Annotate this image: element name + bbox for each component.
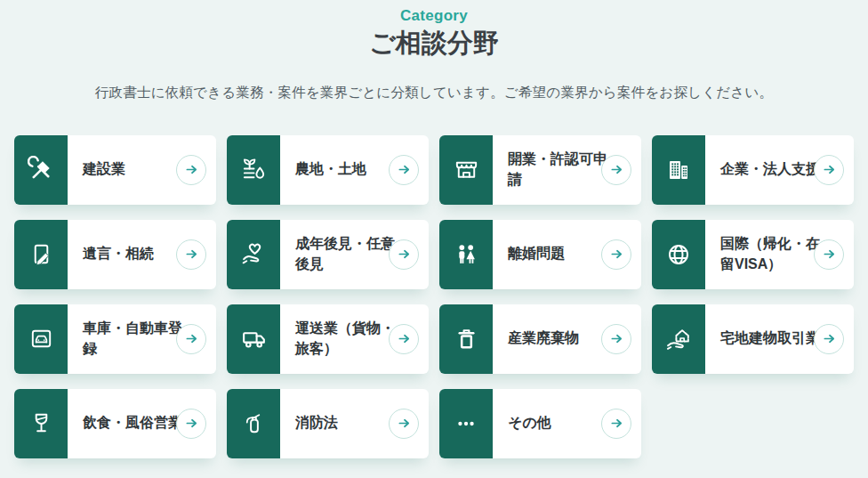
- category-card[interactable]: 開業・許認可申請: [439, 135, 641, 205]
- wine-glass-icon: [14, 389, 68, 458]
- arrow-right-icon: [823, 163, 836, 176]
- category-card[interactable]: 飲食・風俗営業: [14, 389, 216, 458]
- storefront-icon: [439, 135, 493, 205]
- category-card[interactable]: 農地・土地: [227, 135, 429, 205]
- arrow-circle[interactable]: [176, 239, 206, 270]
- arrow-circle[interactable]: [389, 239, 419, 270]
- arrow-right-icon: [185, 417, 198, 430]
- arrow-circle[interactable]: [389, 409, 419, 439]
- arrow-right-icon: [610, 417, 623, 430]
- hammer-wrench-icon: [14, 135, 68, 205]
- category-card[interactable]: 遺言・相続: [14, 220, 216, 289]
- category-card[interactable]: 建設業: [14, 135, 216, 205]
- arrow-circle[interactable]: [176, 324, 206, 354]
- category-card[interactable]: 国際（帰化・在留VISA）: [652, 220, 854, 289]
- arrow-right-icon: [398, 417, 411, 430]
- house-hand-icon: [652, 304, 705, 374]
- arrow-circle[interactable]: [389, 155, 419, 185]
- category-card[interactable]: その他: [439, 389, 641, 458]
- couple-icon: [439, 220, 493, 289]
- category-card[interactable]: 消防法: [227, 389, 429, 458]
- category-grid: 建設業 農地・土地 開業・許認可申請 企業・法人支援 遺言・相続 成年後見・任意…: [14, 135, 854, 458]
- section-description: 行政書士に依頼できる業務・案件を業界ごとに分類しています。ご希望の業界から案件を…: [0, 84, 868, 102]
- hand-heart-icon: [227, 220, 280, 289]
- car-garage-icon: [14, 304, 68, 374]
- arrow-right-icon: [823, 332, 836, 345]
- trash-icon: [439, 304, 493, 374]
- arrow-circle[interactable]: [601, 324, 631, 354]
- arrow-circle[interactable]: [389, 324, 419, 354]
- arrow-right-icon: [185, 332, 198, 345]
- arrow-right-icon: [610, 163, 623, 176]
- arrow-circle[interactable]: [176, 155, 206, 185]
- page-title: ご相談分野: [0, 27, 868, 59]
- office-building-icon: [652, 135, 705, 205]
- arrow-right-icon: [610, 247, 623, 261]
- arrow-right-icon: [398, 247, 411, 261]
- category-card[interactable]: 宅地建物取引業: [652, 304, 854, 374]
- sprout-drop-icon: [227, 135, 280, 205]
- arrow-circle[interactable]: [176, 409, 206, 439]
- arrow-circle[interactable]: [601, 155, 631, 185]
- category-card[interactable]: 車庫・自動車登録: [14, 304, 216, 374]
- arrow-circle[interactable]: [814, 239, 844, 270]
- arrow-circle[interactable]: [814, 324, 844, 354]
- arrow-right-icon: [823, 247, 836, 261]
- globe-icon: [652, 220, 705, 289]
- ellipsis-icon: [439, 389, 493, 458]
- arrow-circle[interactable]: [601, 239, 631, 270]
- arrow-right-icon: [398, 163, 411, 176]
- category-card[interactable]: 離婚問題: [439, 220, 641, 289]
- category-card[interactable]: 産業廃棄物: [439, 304, 641, 374]
- arrow-right-icon: [610, 332, 623, 345]
- document-pen-icon: [14, 220, 68, 289]
- category-section: Category ご相談分野 行政書士に依頼できる業務・案件を業界ごとに分類して…: [0, 0, 868, 458]
- fire-extinguisher-icon: [227, 389, 280, 458]
- category-card[interactable]: 成年後見・任意後見: [227, 220, 429, 289]
- arrow-right-icon: [398, 332, 411, 345]
- arrow-right-icon: [185, 247, 198, 261]
- arrow-right-icon: [185, 163, 198, 176]
- truck-icon: [227, 304, 280, 374]
- arrow-circle[interactable]: [814, 155, 844, 185]
- arrow-circle[interactable]: [601, 409, 631, 439]
- category-card[interactable]: 企業・法人支援: [652, 135, 854, 205]
- category-card[interactable]: 運送業（貨物・旅客）: [227, 304, 429, 374]
- category-eyebrow: Category: [0, 7, 868, 25]
